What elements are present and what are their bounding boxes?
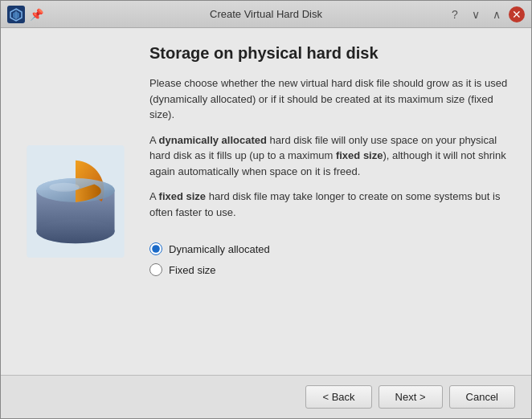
titlebar-left: 📌: [7, 6, 43, 23]
footer: < Back Next > Cancel: [1, 375, 531, 418]
cancel-button[interactable]: Cancel: [449, 385, 515, 409]
dynamic-radio[interactable]: [149, 242, 162, 255]
window-title: Create Virtual Hard Disk: [210, 8, 322, 20]
storage-type-options: Dynamically allocated Fixed size: [149, 242, 515, 276]
right-panel: Storage on physical hard disk Please cho…: [149, 44, 515, 359]
next-button[interactable]: Next >: [379, 385, 443, 409]
svg-point-8: [36, 219, 114, 243]
svg-point-10: [49, 183, 79, 192]
help-button[interactable]: ?: [446, 6, 464, 23]
bold-dynamically: dynamically allocated: [159, 134, 267, 146]
pin-icon: 📌: [30, 8, 43, 21]
dynamic-option[interactable]: Dynamically allocated: [149, 242, 515, 255]
minimize-button[interactable]: ∨: [467, 6, 485, 23]
description-2: A dynamically allocated hard disk file w…: [149, 132, 515, 180]
main-window: 📌 Create Virtual Hard Disk ? ∨ ∧ ✕: [0, 0, 532, 419]
maximize-button[interactable]: ∧: [488, 6, 505, 23]
fixed-radio[interactable]: [149, 263, 162, 276]
titlebar: 📌 Create Virtual Hard Disk ? ∨ ∧ ✕: [1, 1, 531, 28]
fixed-label: Fixed size: [169, 264, 216, 276]
back-button[interactable]: < Back: [305, 385, 371, 409]
left-panel: [17, 44, 133, 359]
bold-fixed-size-1: fixed size: [336, 149, 383, 161]
description-1: Please choose whether the new virtual ha…: [149, 75, 515, 123]
disk-illustration: [23, 145, 128, 258]
main-content: Storage on physical hard disk Please cho…: [1, 28, 531, 375]
section-title: Storage on physical hard disk: [149, 44, 515, 63]
fixed-option[interactable]: Fixed size: [149, 263, 515, 276]
titlebar-controls: ? ∨ ∧ ✕: [446, 6, 525, 23]
bold-fixed-size-2: fixed size: [159, 190, 207, 202]
vbox-icon: [7, 6, 25, 23]
dynamic-label: Dynamically allocated: [169, 243, 270, 255]
close-button[interactable]: ✕: [509, 6, 525, 22]
description-3: A fixed size hard disk file may take lon…: [149, 189, 515, 220]
